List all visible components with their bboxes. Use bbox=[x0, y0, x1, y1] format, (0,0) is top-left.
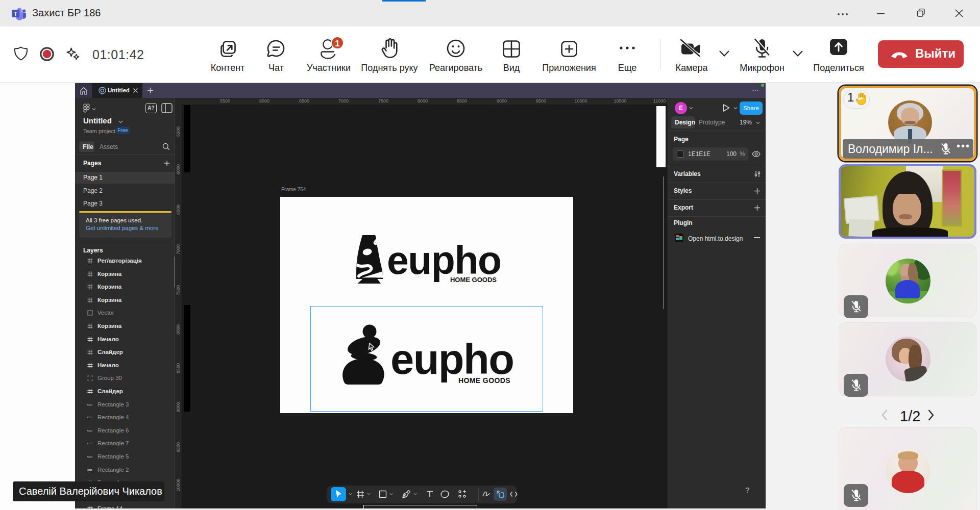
svg-text:HOME GOODS: HOME GOODS bbox=[450, 276, 497, 284]
svg-text:T: T bbox=[14, 11, 17, 17]
svg-text:HOME GOODS: HOME GOODS bbox=[458, 376, 510, 385]
